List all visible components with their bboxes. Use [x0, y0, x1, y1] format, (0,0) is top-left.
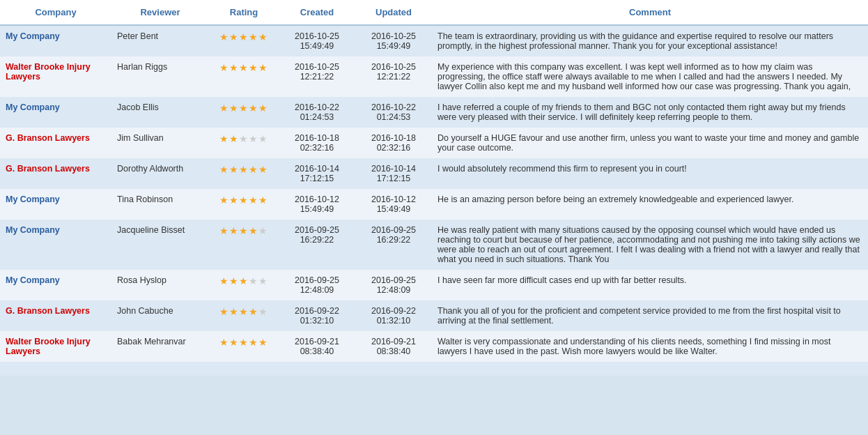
star-filled: ★: [239, 102, 249, 114]
table-row: My CompanyJacob Ellis★★★★★2016-10-22 01:…: [0, 97, 868, 128]
star-filled: ★: [249, 225, 258, 236]
star-filled: ★: [219, 133, 229, 144]
cell-reviewer: Jacqueline Bisset: [111, 220, 209, 270]
cell-updated: 2016-09-25 16:29:22: [355, 220, 432, 270]
star-filled: ★: [219, 102, 229, 114]
cell-comment: He was really patient with many situatio…: [432, 220, 868, 270]
cell-comment: My experience with this company was exce…: [432, 56, 868, 97]
reviews-table-wrapper: Company Reviewer Rating Created Updated …: [0, 0, 868, 376]
cell-updated: 2016-09-25 12:48:09: [355, 270, 432, 300]
company-name: My Company: [6, 194, 60, 204]
star-filled: ★: [229, 102, 239, 114]
header-updated[interactable]: Updated: [355, 0, 432, 25]
cell-reviewer: Babak Mehranvar: [111, 331, 209, 362]
company-name: G. Branson Lawyers: [6, 133, 90, 143]
star-filled: ★: [229, 62, 239, 73]
cell-comment: I would absolutely recommend this firm t…: [432, 158, 868, 189]
cell-created: 2016-10-25 15:49:49: [279, 25, 355, 56]
stars-display: ★★★★★: [219, 337, 268, 348]
star-empty: ★: [258, 133, 268, 144]
star-filled: ★: [219, 31, 229, 43]
star-filled: ★: [229, 133, 239, 144]
star-filled: ★: [239, 337, 249, 348]
star-filled: ★: [249, 62, 258, 73]
star-filled: ★: [229, 337, 239, 348]
star-empty: ★: [249, 133, 258, 144]
table-row: G. Branson LawyersJim Sullivan★★★★★2016-…: [0, 128, 868, 158]
cell-created: 2016-10-18 02:32:16: [279, 128, 355, 158]
star-empty: ★: [249, 275, 258, 287]
star-filled: ★: [219, 275, 229, 287]
header-created[interactable]: Created: [279, 0, 355, 25]
stars-display: ★★★★★: [219, 31, 268, 43]
star-filled: ★: [239, 275, 249, 287]
table-footer-cell: [0, 362, 868, 376]
star-filled: ★: [249, 306, 258, 317]
stars-display: ★★★★★: [219, 225, 268, 236]
table-body: My CompanyPeter Bent★★★★★2016-10-25 15:4…: [0, 25, 868, 362]
cell-created: 2016-10-12 15:49:49: [279, 189, 355, 220]
cell-created: 2016-09-25 12:48:09: [279, 270, 355, 300]
cell-company: My Company: [0, 220, 111, 270]
cell-created: 2016-09-21 08:38:40: [279, 331, 355, 362]
star-filled: ★: [229, 164, 239, 175]
table-footer-row: [0, 362, 868, 376]
star-filled: ★: [239, 164, 249, 175]
company-name: Walter Brooke Injury Lawyers: [6, 337, 91, 356]
table-row: My CompanyTina Robinson★★★★★2016-10-12 1…: [0, 189, 868, 220]
cell-created: 2016-09-25 16:29:22: [279, 220, 355, 270]
cell-created: 2016-10-22 01:24:53: [279, 97, 355, 128]
star-filled: ★: [239, 31, 249, 43]
cell-rating: ★★★★★: [209, 189, 279, 220]
company-name: My Company: [6, 225, 60, 235]
header-rating[interactable]: Rating: [209, 0, 279, 25]
cell-rating: ★★★★★: [209, 128, 279, 158]
cell-reviewer: Harlan Riggs: [111, 56, 209, 97]
cell-company: Walter Brooke Injury Lawyers: [0, 56, 111, 97]
star-filled: ★: [258, 31, 268, 43]
company-name: G. Branson Lawyers: [6, 306, 90, 316]
star-filled: ★: [229, 275, 239, 287]
star-filled: ★: [229, 225, 239, 236]
cell-comment: I have seen far more difficult cases end…: [432, 270, 868, 300]
cell-created: 2016-10-25 12:21:22: [279, 56, 355, 97]
company-name: My Company: [6, 31, 60, 41]
cell-company: Walter Brooke Injury Lawyers: [0, 331, 111, 362]
star-filled: ★: [239, 62, 249, 73]
star-empty: ★: [239, 133, 249, 144]
cell-rating: ★★★★★: [209, 270, 279, 300]
table-row: Walter Brooke Injury LawyersHarlan Riggs…: [0, 56, 868, 97]
star-filled: ★: [249, 164, 258, 175]
table-row: My CompanyJacqueline Bisset★★★★★2016-09-…: [0, 220, 868, 270]
header-reviewer[interactable]: Reviewer: [111, 0, 209, 25]
cell-reviewer: Dorothy Aldworth: [111, 158, 209, 189]
table-row: Walter Brooke Injury LawyersBabak Mehran…: [0, 331, 868, 362]
cell-company: G. Branson Lawyers: [0, 158, 111, 189]
star-empty: ★: [258, 275, 268, 287]
star-filled: ★: [249, 194, 258, 206]
company-name: Walter Brooke Injury Lawyers: [6, 62, 91, 82]
star-filled: ★: [229, 306, 239, 317]
star-filled: ★: [249, 31, 258, 43]
cell-reviewer: Rosa Hyslop: [111, 270, 209, 300]
cell-company: My Company: [0, 270, 111, 300]
cell-company: My Company: [0, 189, 111, 220]
cell-rating: ★★★★★: [209, 25, 279, 56]
star-filled: ★: [249, 337, 258, 348]
cell-rating: ★★★★★: [209, 220, 279, 270]
cell-rating: ★★★★★: [209, 56, 279, 97]
table-row: My CompanyRosa Hyslop★★★★★2016-09-25 12:…: [0, 270, 868, 300]
cell-updated: 2016-09-22 01:32:10: [355, 300, 432, 331]
star-empty: ★: [258, 306, 268, 317]
cell-updated: 2016-09-21 08:38:40: [355, 331, 432, 362]
star-filled: ★: [219, 306, 229, 317]
cell-company: G. Branson Lawyers: [0, 128, 111, 158]
cell-comment: Walter is very compassionate and underst…: [432, 331, 868, 362]
header-comment[interactable]: Comment: [432, 0, 868, 25]
stars-display: ★★★★★: [219, 275, 268, 287]
header-company[interactable]: Company: [0, 0, 111, 25]
star-filled: ★: [219, 194, 229, 206]
stars-display: ★★★★★: [219, 164, 268, 175]
star-filled: ★: [219, 225, 229, 236]
cell-reviewer: Tina Robinson: [111, 189, 209, 220]
